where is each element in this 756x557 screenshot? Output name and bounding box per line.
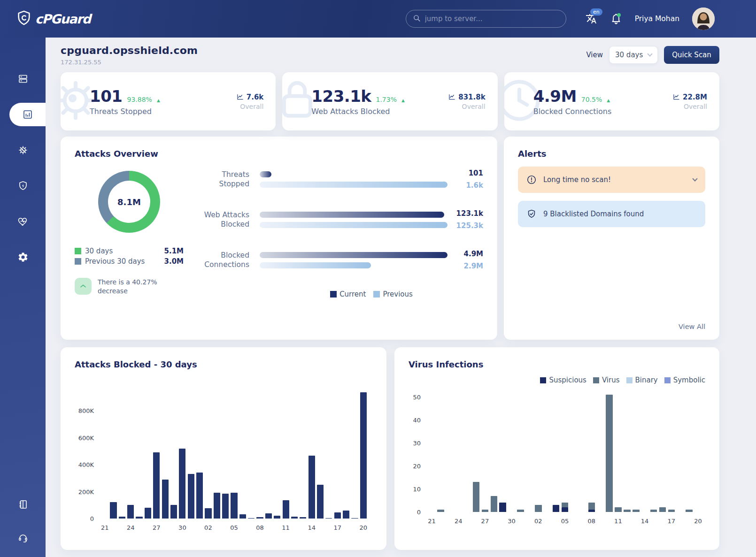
sidebar-item-firewall[interactable] [0,174,46,198]
notifications-button[interactable] [610,13,622,25]
chart-bar [222,494,229,519]
trend-note: There is a 40.27% decrease [75,278,184,296]
legend-swatch [593,377,599,383]
language-badge: en [590,8,602,15]
chart-bar [351,518,358,519]
y-axis-label: 200K [78,488,94,496]
headset-icon [17,532,29,543]
stat-overall-value: 7.6k [247,93,264,101]
language-switcher[interactable]: en [585,13,597,25]
shield-check-icon [526,209,537,219]
attacks-overview-panel: Attacks Overview 8.1M 30 days 5.1M [61,137,497,340]
top-navigation-bar: cPGuard en Priya Mohan [0,0,756,38]
alert-text: 9 Blacklisted Domains found [543,210,644,218]
chart-bar [300,517,306,519]
sidebar-item-servers[interactable] [0,67,46,91]
y-axis-label: 800K [78,407,94,414]
y-axis-label: 50 [413,394,421,401]
legend-swatch [373,291,380,298]
stat-card-blocked-connections: 4.9M 70.5% ▲ Blocked Connections 22.8M O… [504,72,719,130]
chart-bar [535,505,542,512]
stat-overall-label: Overall [448,103,485,110]
view-range-value: 30 days [615,51,643,59]
y-axis-label: 30 [413,440,421,447]
compare-group-blocked-connections: Blocked Connections 4.9M 2.9M [191,250,483,270]
stat-value: 101 [90,87,122,106]
y-axis-label: 10 [413,486,421,493]
x-axis-label: 11 [614,518,622,525]
quick-scan-button[interactable]: Quick Scan [664,46,719,64]
chart-bar [606,395,613,512]
chart-bar [309,456,315,519]
compare-group-web-attacks: Web Attacks Blocked 123.1k 125.3k [191,209,483,230]
chart-bar [317,485,324,519]
shield-bolt-icon [17,180,29,191]
chart-bar [686,510,693,512]
sidebar-item-docs[interactable] [0,493,46,516]
sidebar-item-support[interactable] [0,526,46,549]
x-axis-label: 30 [508,518,516,525]
chart-bar [239,514,246,519]
x-axis-label: 24 [455,518,463,525]
alert-blacklisted-domains[interactable]: 9 Blacklisted Domains found [518,201,705,227]
search-icon [413,14,421,24]
main-content: cpguard.opsshield.com 172.31.25.55 View … [46,38,756,557]
current-bar [260,252,447,258]
attacks-comparison-bars: Threats Stopped 101 1.6k Web Attac [184,162,483,298]
alert-text: Long time no scan! [543,175,611,184]
y-axis-label: 20 [413,463,421,470]
alerts-view-all-link[interactable]: View All [679,323,705,330]
chart-bar [136,517,142,519]
sidebar-item-settings[interactable] [0,245,46,269]
stat-value: 123.1k [311,87,371,106]
compare-group-threats: Threats Stopped 101 1.6k [191,169,483,190]
stat-overall-value: 831.8k [458,93,485,101]
book-icon [17,499,29,510]
attacks-blocked-x-axis: 2124273002050811141720 [100,524,368,537]
chart-bar [274,516,280,519]
trend-note-text: There is a 40.27% decrease [98,278,159,296]
view-range-select[interactable]: 30 days [609,46,658,64]
x-axis-label: 20 [694,518,702,525]
shield-logo-icon [16,10,32,28]
alert-long-time-no-scan[interactable]: Long time no scan! [518,167,705,193]
stat-card-web-attacks: 123.1k 1.73% ▲ Web Attacks Blocked 831.8… [282,72,497,130]
chart-bar [615,507,622,512]
line-chart-icon [237,93,244,100]
x-axis-label: 05 [230,524,238,531]
line-chart-icon [673,93,680,100]
legend-swatch [75,258,81,265]
chevron-down-icon [692,176,697,181]
attacks-overview-title: Attacks Overview [75,149,483,159]
x-axis-label: 21 [428,518,436,525]
server-ip: 172.31.25.55 [61,59,198,66]
x-axis-label: 21 [101,524,109,531]
server-icon [17,73,29,84]
chart-bar [162,480,169,519]
cpguard-logo[interactable]: cPGuard [16,10,91,28]
sidebar-item-health[interactable] [0,210,46,233]
chart-bar [110,502,116,519]
chart-bar [437,510,444,512]
chart-bar [588,510,595,512]
trend-up-icon: ▲ [607,98,610,103]
server-search[interactable] [406,10,566,28]
user-name[interactable]: Priya Mohan [635,15,679,23]
gear-icon [17,252,29,263]
x-axis-label: 08 [587,518,595,525]
chevron-down-icon [647,51,652,56]
sidebar-item-dashboard[interactable] [9,103,46,126]
chart-bar [214,493,220,519]
search-input[interactable] [425,15,559,23]
stat-label: Web Attacks Blocked [311,107,405,116]
sidebar-item-antivirus[interactable] [0,138,46,162]
chart-bar [659,507,666,512]
previous-bar [260,262,371,268]
view-label: View [586,51,603,59]
user-avatar[interactable] [692,8,715,30]
previous-bar [260,182,447,188]
x-axis-label: 14 [308,524,316,531]
stat-percent: 1.73% [376,96,396,103]
virus-infections-chart-panel: Virus Infections Suspicious Virus Binary… [394,347,719,550]
legend-swatch [330,291,337,298]
